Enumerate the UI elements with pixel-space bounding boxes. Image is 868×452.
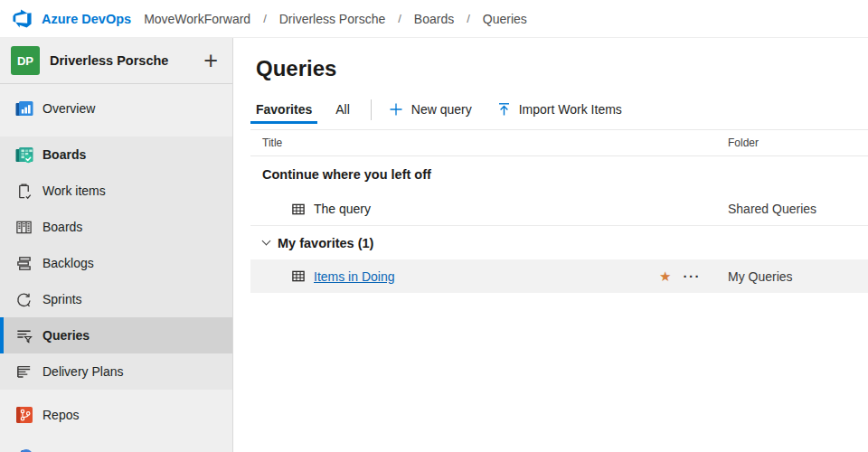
sidebar-item-label: Work items xyxy=(42,184,106,198)
main-content: Queries Favorites All New query xyxy=(233,38,868,452)
sidebar-item-queries[interactable]: Queries xyxy=(0,317,232,353)
breadcrumb-separator: / xyxy=(467,12,470,25)
project-switcher[interactable]: DP Driverless Porsche + xyxy=(0,38,232,83)
sprints-icon xyxy=(12,291,36,308)
project-avatar: DP xyxy=(11,46,40,75)
column-header-folder[interactable]: Folder xyxy=(728,137,868,149)
sidebar-item-work-items[interactable]: Work items xyxy=(0,173,232,209)
repos-icon xyxy=(12,404,36,426)
plus-icon xyxy=(389,102,403,117)
breadcrumb-queries[interactable]: Queries xyxy=(483,12,527,26)
sidebar-item-partial[interactable] xyxy=(0,438,232,452)
import-icon xyxy=(497,102,511,117)
sidebar-item-label: Overview xyxy=(42,101,95,116)
query-grid-icon xyxy=(291,202,306,216)
query-title-link[interactable]: Items in Doing xyxy=(314,269,394,284)
top-bar: Azure DevOps MoveWorkForward / Driverles… xyxy=(0,0,868,38)
sidebar-item-sprints[interactable]: Sprints xyxy=(0,281,232,317)
project-sidebar: DP Driverless Porsche + Overview xyxy=(0,38,233,452)
section-header-continue: Continue where you left off xyxy=(250,156,868,193)
tab-all[interactable]: All xyxy=(330,95,355,124)
boards-icon xyxy=(12,144,36,165)
backlogs-icon xyxy=(12,255,36,272)
column-header-title[interactable]: Title xyxy=(250,137,728,149)
sidebar-item-boards-sub[interactable]: Boards xyxy=(0,209,232,245)
work-items-icon xyxy=(12,183,36,200)
query-folder: Shared Queries xyxy=(728,202,868,216)
table-header: Title Folder xyxy=(250,130,868,156)
brand-title[interactable]: Azure DevOps xyxy=(42,12,131,26)
sidebar-item-repos[interactable]: Repos xyxy=(0,397,232,433)
page-title: Queries xyxy=(256,56,868,81)
sidebar-item-label: Boards xyxy=(42,147,86,162)
toolbar-divider xyxy=(371,99,372,120)
sidebar-item-label: Boards xyxy=(42,220,82,234)
more-options-icon[interactable]: ··· xyxy=(684,268,702,284)
sidebar-item-label: Repos xyxy=(42,408,79,422)
sidebar-item-boards[interactable]: Boards xyxy=(0,137,232,173)
sidebar-item-overview[interactable]: Overview xyxy=(0,90,232,127)
breadcrumb-separator: / xyxy=(263,12,267,25)
pipelines-icon xyxy=(12,446,36,452)
project-name: Driverless Porsche xyxy=(50,53,203,68)
azure-devops-logo-icon[interactable] xyxy=(12,8,33,30)
breadcrumb-org[interactable]: MoveWorkForward xyxy=(144,12,250,26)
sidebar-item-label: Delivery Plans xyxy=(42,364,123,379)
sidebar-item-backlogs[interactable]: Backlogs xyxy=(0,245,232,281)
delivery-plans-icon xyxy=(12,363,36,381)
section-label: My favorites (1) xyxy=(278,236,373,250)
queries-icon xyxy=(12,327,36,344)
sidebar-item-label: Backlogs xyxy=(42,256,94,270)
table-row-the-query[interactable]: The query Shared Queries xyxy=(250,193,868,226)
chevron-down-icon xyxy=(262,237,271,246)
overview-icon xyxy=(12,98,36,119)
add-project-button[interactable]: + xyxy=(203,52,218,70)
sidebar-item-label: Sprints xyxy=(42,292,82,306)
query-folder: My Queries xyxy=(728,269,868,284)
favorite-star-icon[interactable]: ★ xyxy=(659,268,671,285)
sidebar-boards-group: Boards Work items xyxy=(0,137,232,390)
breadcrumb-project[interactable]: Driverless Porsche xyxy=(279,12,385,26)
tab-bar: Favorites All New query Import xyxy=(250,95,868,124)
kanban-board-icon xyxy=(12,219,36,236)
sidebar-item-label: Queries xyxy=(42,328,90,343)
breadcrumb-separator: / xyxy=(398,12,401,25)
table-row-items-in-doing[interactable]: Items in Doing ★ ··· My Queries xyxy=(250,259,868,293)
tab-favorites[interactable]: Favorites xyxy=(250,95,317,124)
sidebar-divider xyxy=(0,83,232,84)
new-query-label: New query xyxy=(411,102,472,117)
import-work-items-label: Import Work Items xyxy=(519,102,622,117)
breadcrumb-boards[interactable]: Boards xyxy=(414,12,454,26)
queries-table: Title Folder Continue where you left off… xyxy=(250,129,868,293)
sidebar-item-delivery-plans[interactable]: Delivery Plans xyxy=(0,353,232,390)
import-work-items-button[interactable]: Import Work Items xyxy=(497,95,622,124)
section-header-my-favorites[interactable]: My favorites (1) xyxy=(250,226,868,259)
new-query-button[interactable]: New query xyxy=(389,95,472,124)
query-grid-icon xyxy=(291,269,306,283)
query-title[interactable]: The query xyxy=(314,202,371,216)
